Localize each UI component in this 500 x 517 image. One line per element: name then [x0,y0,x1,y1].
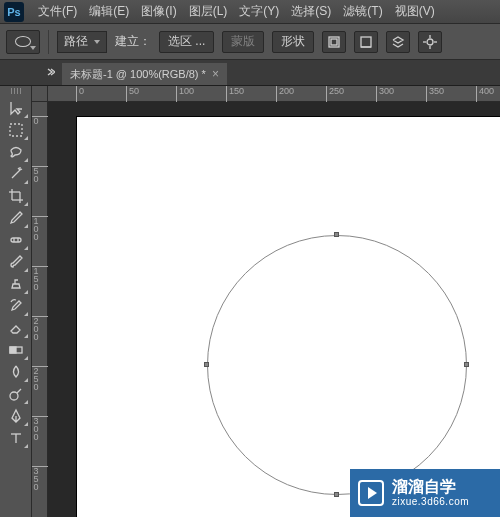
type-tool[interactable] [3,427,29,449]
ruler-origin[interactable] [32,86,48,102]
menu-bar: Ps 文件(F) 编辑(E) 图像(I) 图层(L) 文字(Y) 选择(S) 滤… [0,0,500,24]
menu-select[interactable]: 选择(S) [285,3,337,20]
ellipse-icon [15,36,31,47]
path-stack-button[interactable] [386,31,410,53]
ruler-tick: 0 [32,116,48,125]
blur-tool[interactable] [3,361,29,383]
menu-view[interactable]: 视图(V) [389,3,441,20]
clone-stamp-tool[interactable] [3,273,29,295]
watermark-title: 溜溜自学 [392,478,469,496]
align-center-icon [359,35,373,49]
healing-brush-tool[interactable] [3,229,29,251]
path-anchor-left[interactable] [204,362,209,367]
menu-file[interactable]: 文件(F) [32,3,83,20]
path-arrange-button[interactable] [354,31,378,53]
tool-mode-value: 路径 [64,33,88,50]
path-align-button[interactable] [322,31,346,53]
separator [48,30,49,54]
lasso-tool[interactable] [3,141,29,163]
magic-wand-tool[interactable] [3,163,29,185]
gradient-tool[interactable] [3,339,29,361]
current-tool-preset[interactable] [6,30,40,54]
document-tab-title: 未标题-1 @ 100%(RGB/8) * [70,67,206,82]
ruler-tick: 300 [32,416,48,441]
history-brush-tool[interactable] [3,295,29,317]
make-shape-button[interactable]: 形状 [272,31,314,53]
ruler-tick: 250 [32,366,48,391]
chevron-down-icon [30,46,36,50]
pen-tool[interactable] [3,405,29,427]
ruler-tick: 0 [76,86,84,102]
path-anchor-top[interactable] [334,232,339,237]
gear-icon [423,35,437,49]
expand-handle-icon[interactable] [46,63,56,81]
vertical-ruler[interactable]: 0 50 100 150 200 250 300 350 [32,102,48,517]
app-logo: Ps [4,2,24,22]
menu-layer[interactable]: 图层(L) [183,3,234,20]
brush-tool[interactable] [3,251,29,273]
build-label: 建立： [115,33,151,50]
eyedropper-tool[interactable] [3,207,29,229]
move-tool[interactable] [3,97,29,119]
ruler-tick: 100 [32,216,48,241]
layers-stack-icon [391,35,405,49]
close-icon[interactable]: × [212,67,219,81]
ruler-tick: 250 [326,86,344,102]
document-canvas[interactable] [76,116,500,517]
menu-type[interactable]: 文字(Y) [233,3,285,20]
svg-rect-9 [10,124,22,136]
svg-line-24 [17,389,21,393]
document-tab-bar: 未标题-1 @ 100%(RGB/8) * × [0,60,500,86]
play-icon [358,480,384,506]
make-mask-button[interactable]: 蒙版 [222,31,264,53]
svg-rect-22 [10,347,16,353]
svg-rect-18 [11,238,21,242]
document-tab[interactable]: 未标题-1 @ 100%(RGB/8) * × [62,63,227,85]
ruler-tick: 200 [32,316,48,341]
crop-tool[interactable] [3,185,29,207]
ellipse-path[interactable] [207,235,467,495]
path-anchor-right[interactable] [464,362,469,367]
panel-grip-icon[interactable] [5,88,27,94]
options-bar: 路径 建立： 选区 ... 蒙版 形状 [0,24,500,60]
ruler-tick: 300 [376,86,394,102]
ruler-tick: 400 [476,86,494,102]
ruler-tick: 50 [32,166,48,183]
workspace: 0 50 100 150 200 250 300 350 400 0 50 10… [0,86,500,517]
tool-mode-select[interactable]: 路径 [57,31,107,53]
eraser-tool[interactable] [3,317,29,339]
ruler-tick: 350 [32,466,48,491]
make-selection-button[interactable]: 选区 ... [159,31,214,53]
marquee-tool[interactable] [3,119,29,141]
ruler-tick: 350 [426,86,444,102]
ruler-tick: 150 [32,266,48,291]
menu-image[interactable]: 图像(I) [135,3,182,20]
horizontal-ruler[interactable]: 0 50 100 150 200 250 300 350 400 [48,86,500,102]
dodge-tool[interactable] [3,383,29,405]
path-anchor-bottom[interactable] [334,492,339,497]
tools-panel [0,86,32,517]
menu-edit[interactable]: 编辑(E) [83,3,135,20]
ruler-tick: 200 [276,86,294,102]
watermark-badge: 溜溜自学 zixue.3d66.com [350,469,500,517]
align-left-icon [327,35,341,49]
ruler-tick: 50 [126,86,139,102]
svg-point-4 [427,39,433,45]
chevron-down-icon [94,40,100,44]
ruler-tick: 100 [176,86,194,102]
svg-point-23 [10,392,18,400]
watermark-subtitle: zixue.3d66.com [392,496,469,508]
menu-filter[interactable]: 滤镜(T) [337,3,388,20]
canvas-area[interactable]: 0 50 100 150 200 250 300 350 400 0 50 10… [32,86,500,517]
path-options-button[interactable] [418,31,442,53]
svg-rect-1 [331,39,337,45]
ruler-tick: 150 [226,86,244,102]
svg-rect-2 [361,37,371,47]
svg-line-10 [12,170,20,178]
